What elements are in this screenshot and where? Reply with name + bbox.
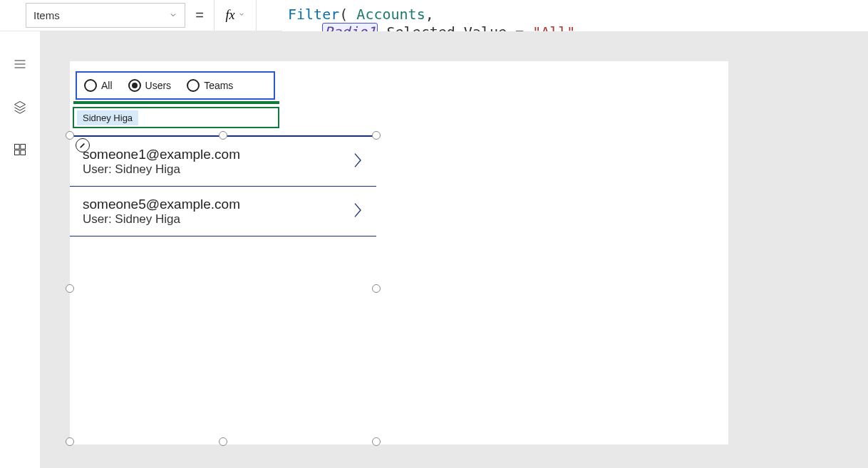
resize-handle[interactable] <box>66 437 74 446</box>
resize-handle[interactable] <box>219 131 227 140</box>
svg-rect-1 <box>21 145 26 150</box>
chevron-right-icon[interactable] <box>352 200 363 223</box>
property-value: Items <box>33 9 60 21</box>
radio-label: Teams <box>204 80 233 91</box>
svg-rect-0 <box>15 145 20 150</box>
chevron-down-icon <box>169 9 177 21</box>
selection-underline <box>73 101 279 104</box>
fx-button[interactable]: fx <box>214 0 257 31</box>
radio-label: All <box>101 80 113 91</box>
screen[interactable]: All Users Teams Sidney Higa <box>70 61 728 444</box>
resize-handle[interactable] <box>372 437 381 446</box>
app-preview: All Users Teams Sidney Higa <box>70 67 376 439</box>
row-title: someone1@example.com <box>83 147 240 162</box>
resize-handle[interactable] <box>372 131 381 140</box>
radio-option-users[interactable]: Users <box>128 79 172 92</box>
svg-rect-3 <box>21 150 26 155</box>
radio-option-all[interactable]: All <box>84 79 113 92</box>
combobox-users[interactable]: Sidney Higa <box>73 107 279 128</box>
radio-option-teams[interactable]: Teams <box>187 79 233 92</box>
layers-icon[interactable] <box>11 98 29 115</box>
radio-label: Users <box>145 80 172 91</box>
row-subtitle: User: Sidney Higa <box>83 162 240 177</box>
gallery-row[interactable]: someone1@example.com User: Sidney Higa <box>70 137 376 187</box>
resize-handle[interactable] <box>219 437 227 446</box>
chevron-right-icon[interactable] <box>352 150 363 173</box>
gallery-row[interactable]: someone5@example.com User: Sidney Higa <box>70 187 376 236</box>
resize-handle[interactable] <box>372 284 381 293</box>
radio-group[interactable]: All Users Teams <box>76 71 275 100</box>
property-dropdown[interactable]: Items <box>26 3 185 28</box>
design-canvas[interactable]: All Users Teams Sidney Higa <box>40 31 868 468</box>
components-icon[interactable] <box>11 141 29 158</box>
radio-icon <box>128 79 141 92</box>
row-title: someone5@example.com <box>83 197 240 212</box>
resize-handle[interactable] <box>66 284 74 293</box>
svg-rect-2 <box>15 150 20 155</box>
radio-icon <box>84 79 97 92</box>
equals-label: = <box>185 0 214 31</box>
gallery[interactable]: someone1@example.com User: Sidney Higa s… <box>70 135 376 442</box>
row-subtitle: User: Sidney Higa <box>83 212 240 227</box>
hamburger-icon[interactable] <box>11 56 29 73</box>
radio-icon <box>187 79 200 92</box>
left-rail <box>0 0 40 468</box>
combobox-chip[interactable]: Sidney Higa <box>77 110 138 125</box>
chevron-down-icon <box>238 10 245 21</box>
resize-handle[interactable] <box>66 131 74 140</box>
edit-icon[interactable] <box>76 138 90 152</box>
